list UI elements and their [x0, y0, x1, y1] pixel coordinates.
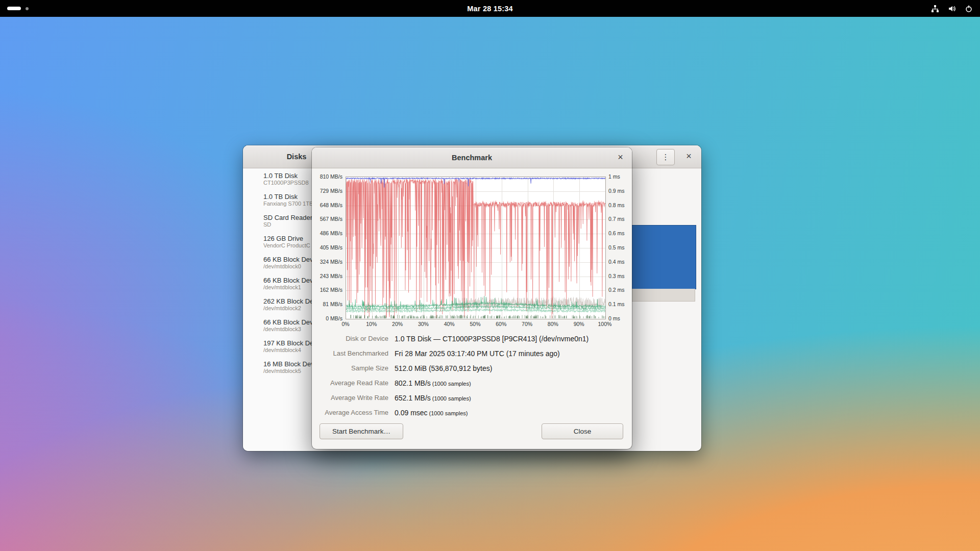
dialog-actions: Start Benchmark… Close: [312, 423, 632, 440]
app-menu-button[interactable]: ⋮: [656, 149, 675, 165]
x-tick-label: 70%: [517, 321, 537, 327]
x-tick-label: 90%: [569, 321, 589, 327]
x-tick-label: 10%: [361, 321, 382, 327]
x-tick-label: 40%: [439, 321, 459, 327]
x-tick-label: 20%: [387, 321, 408, 327]
disk-title: 1.0 TB Disk: [263, 193, 313, 201]
y-left-tick-label: 81 MB/s: [323, 301, 342, 307]
detail-value: 1.0 TB Disk — CT1000P3PSSD8 [P9CR413] (/…: [395, 335, 590, 343]
x-tick-label: 0%: [335, 321, 356, 327]
y-left-tick-label: 162 MB/s: [320, 287, 342, 293]
disk-subtitle: CT1000P3PSSD8: [263, 180, 309, 186]
benchmark-chart-canvas: [346, 177, 606, 319]
network-icon: [931, 5, 939, 13]
benchmark-chart: 810 MB/s729 MB/s648 MB/s567 MB/s486 MB/s…: [312, 168, 632, 331]
disk-title: SD Card Reader: [263, 214, 312, 221]
x-tick-label: 60%: [491, 321, 511, 327]
volume-icon: [948, 5, 956, 13]
y-right-tick-label: 0.8 ms: [608, 202, 625, 208]
clock[interactable]: Mar 28 15:34: [467, 5, 512, 13]
benchmark-dialog: Benchmark × 810 MB/s729 MB/s648 MB/s567 …: [312, 147, 632, 449]
system-status-area[interactable]: [931, 0, 973, 17]
detail-value: Fri 28 Mar 2025 03:17:40 PM UTC (17 minu…: [395, 349, 561, 358]
detail-label: Last Benchmarked: [312, 349, 388, 357]
y-right-tick-label: 0.4 ms: [608, 259, 625, 265]
y-right-tick-label: 1 ms: [608, 173, 620, 180]
detail-value: 512.0 MiB (536,870,912 bytes): [395, 364, 494, 372]
y-left-tick-label: 648 MB/s: [320, 202, 342, 208]
disk-title: 126 GB Drive: [263, 235, 310, 242]
y-left-tick-label: 324 MB/s: [320, 259, 342, 265]
benchmark-details: Disk or Device 1.0 TB Disk — CT1000P3PSS…: [312, 331, 632, 420]
detail-row: Disk or Device 1.0 TB Disk — CT1000P3PSS…: [312, 331, 632, 346]
benchmark-close-icon[interactable]: ×: [614, 151, 627, 164]
detail-value: 802.1 MB/s(1000 samples): [395, 379, 471, 387]
start-benchmark-button[interactable]: Start Benchmark…: [320, 423, 403, 439]
benchmark-title: Benchmark: [452, 154, 492, 162]
y-right-tick-label: 0.7 ms: [608, 216, 625, 222]
y-right-tick-label: 0.3 ms: [608, 273, 625, 279]
workspace-dot: [26, 7, 29, 10]
detail-row: Average Access Time 0.09 msec(1000 sampl…: [312, 405, 632, 420]
detail-label: Average Access Time: [312, 409, 388, 416]
detail-label: Average Read Rate: [312, 379, 388, 387]
detail-label: Disk or Device: [312, 335, 388, 342]
disk-title: 1.0 TB Disk: [263, 172, 309, 180]
x-tick-label: 30%: [413, 321, 433, 327]
detail-label: Average Write Rate: [312, 394, 388, 402]
y-left-tick-label: 810 MB/s: [320, 173, 342, 180]
y-left-tick-label: 567 MB/s: [320, 216, 342, 222]
disk-subtitle: VendorC ProductC: [263, 242, 310, 249]
y-right-tick-label: 0.5 ms: [608, 244, 625, 251]
close-button[interactable]: Close: [542, 423, 623, 439]
disk-subtitle: SD: [263, 221, 312, 228]
x-tick-label: 50%: [465, 321, 485, 327]
detail-row: Average Read Rate 802.1 MB/s(1000 sample…: [312, 375, 632, 390]
detail-row: Last Benchmarked Fri 28 Mar 2025 03:17:4…: [312, 346, 632, 361]
disks-close-button[interactable]: ×: [682, 150, 695, 163]
power-icon: [965, 5, 973, 13]
x-tick-label: 100%: [595, 321, 615, 327]
y-left-tick-label: 729 MB/s: [320, 188, 342, 194]
y-axis-right-labels: 1 ms0.9 ms0.8 ms0.7 ms0.6 ms0.5 ms0.4 ms…: [608, 173, 631, 321]
detail-label: Sample Size: [312, 364, 388, 372]
x-axis-labels: 0%10%20%30%40%50%60%70%80%90%100%: [335, 321, 615, 327]
detail-value: 652.1 MB/s(1000 samples): [395, 394, 471, 402]
workspace-pill-active: [7, 7, 21, 10]
workspace-indicator[interactable]: [7, 0, 29, 17]
detail-row: Average Write Rate 652.1 MB/s(1000 sampl…: [312, 390, 632, 405]
y-left-tick-label: 243 MB/s: [320, 273, 342, 279]
y-right-tick-label: 0.6 ms: [608, 230, 625, 236]
gnome-top-bar: Mar 28 15:34: [0, 0, 980, 17]
x-tick-label: 80%: [543, 321, 563, 327]
y-right-tick-label: 0.9 ms: [608, 188, 625, 194]
detail-row: Sample Size 512.0 MiB (536,870,912 bytes…: [312, 361, 632, 375]
y-axis-left-labels: 810 MB/s729 MB/s648 MB/s567 MB/s486 MB/s…: [312, 173, 342, 321]
y-left-tick-label: 486 MB/s: [320, 230, 342, 236]
desktop-background: Mar 28 15:34 Disks ⋮ ×: [0, 0, 980, 551]
benchmark-header-bar: Benchmark ×: [312, 147, 632, 168]
disk-subtitle: Fanxiang S700 1TB: [263, 201, 313, 207]
y-left-tick-label: 405 MB/s: [320, 244, 342, 251]
y-right-tick-label: 0.1 ms: [608, 301, 625, 307]
detail-value: 0.09 msec(1000 samples): [395, 409, 468, 417]
y-right-tick-label: 0.2 ms: [608, 287, 625, 293]
